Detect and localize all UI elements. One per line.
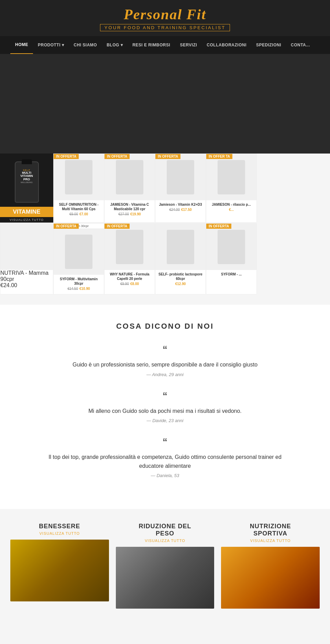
product-badge: IN OFFERTA [54,224,79,229]
product-image [0,224,53,270]
categories-grid: BENESSERE VISUALIZZA TUTTO RIDUZIONE DEL… [7,523,323,609]
vitamine-sublabel: VISUALIZZA TUTTO [0,217,53,223]
bottle-label: SELF MULTIVITAMINPRO WELLBEING [16,169,37,184]
category-image [10,540,109,601]
product-card[interactable]: IN OFFERTA SYFORM - ... [206,223,257,294]
quote-author: — Andrea, 29 anni [14,372,316,377]
product-thumbnail [167,230,194,264]
testimonial-item: “ Guido è un professionista serio, sempr… [14,344,316,377]
hero-section [0,54,330,154]
product-badge: IN OFFERTA [104,224,130,229]
product-thumbnail [167,160,194,194]
vitamine-category-card[interactable]: SELF MULTIVITAMINPRO WELLBEING VITAMINE … [0,154,53,223]
product-thumbnail [65,160,92,194]
category-link[interactable]: VISUALIZZA TUTTO [116,539,214,543]
nav-home[interactable]: HOME [10,36,33,54]
product-price: €27.00€19.90 [104,212,155,216]
product-name: SYFORM - Multivitamin 30cpr [54,275,104,287]
product-image [206,154,256,200]
category-link[interactable]: VISUALIZZA TUTTO [221,539,320,543]
product-price: €24.00€17.50 [155,208,206,212]
product-name: NUTRIVA - Mamma 90cpr [0,270,53,282]
product-image [104,154,155,200]
category-link[interactable]: VISUALIZZA TUTTO [10,531,109,535]
quote-icon: “ [14,391,316,403]
product-image [54,154,104,200]
product-name: SELF- probiotic lactospore 60cpr [155,270,206,282]
category-title: RIDUZIONE DELPESO [116,523,214,537]
testimonials-section: COSA DICONO DI NOI “ Guido è un professi… [0,305,330,509]
product-thumbnail [65,235,92,269]
product-new-price: €24.00 [0,282,17,288]
site-tagline: YOUR FOOD AND TRAINING SPECIALIST [100,24,230,31]
nav-blog[interactable]: BLOG ▾ [102,36,128,54]
product-name: JAMIESON - rilascio p... [206,200,256,208]
nav-chi-siamo[interactable]: CHI SIAMO [69,36,102,54]
testimonials-title: COSA DICONO DI NOI [14,322,316,331]
product-price: €24.00 [0,282,53,289]
product-badge: IN OFFERTA [54,154,79,159]
nav-collaborazioni[interactable]: COLLABORAZIONI [202,36,251,54]
product-card[interactable]: IN OFFER TA JAMIESON - rilascio p... €..… [206,154,257,223]
product-old-price: €24.00 [169,208,180,212]
product-price: €12.90 [155,282,206,286]
nav-prodotti[interactable]: PRODOTTI ▾ [33,36,69,54]
categories-section: BENESSERE VISUALIZZA TUTTO RIDUZIONE DEL… [0,509,330,615]
products-row-1: SELF MULTIVITAMINPRO WELLBEING VITAMINE … [0,154,330,223]
product-card[interactable]: SELF- probiotic lactospore 60cpr €12.90 [155,223,206,294]
category-riduzione[interactable]: RIDUZIONE DELPESO VISUALIZZA TUTTO [112,523,218,609]
product-new-price: €8.00 [130,282,139,286]
category-title: NUTRIZIONESPORTIVA [221,523,320,537]
category-benessere[interactable]: BENESSERE VISUALIZZA TUTTO [7,523,112,609]
product-card[interactable]: IN OFFERTA WHY NATURE - Formula Capelli … [104,223,155,294]
quote-author: — Daniela, 53 [14,473,316,478]
product-name: JAMIESON - Vitamina C Masticabile 120 cp… [104,200,155,212]
product-image [155,224,206,270]
product-image [54,228,104,275]
testimonial-item: “ Il top dei top, grande professionalità… [14,437,316,478]
product-price: €... [206,208,256,212]
product-new-price: €10.90 [79,287,90,291]
product-thumbnail [116,160,143,194]
product-old-price: €14.50 [67,287,78,291]
product-card[interactable]: NUTRIVA - Mamma 90cpr €24.00 [0,223,53,294]
nav-conta[interactable]: CONTA... [286,36,315,54]
nav-resi[interactable]: RESI E RIMBORSI [128,36,175,54]
product-old-price: €9.90 [120,282,129,286]
vitamine-label: VITAMINE [0,207,53,217]
category-nutrizione[interactable]: NUTRIZIONESPORTIVA VISUALIZZA TUTTO [218,523,323,609]
product-old-price: €9.00 [69,212,78,216]
product-name: Jamieson - Vitamin K2+D3 [155,200,206,208]
quote-author: — Davide, 23 anni [14,418,316,423]
products-section: SELF MULTIVITAMINPRO WELLBEING VITAMINE … [0,154,330,305]
product-name: WHY NATURE - Formula Capelli 20 perle [104,270,155,282]
product-badge: IN OFFERTA [155,154,180,159]
product-name: SELF OMNINUTRITION - Multi Vitamin 60 Cp… [54,200,104,212]
product-thumbnail [218,160,245,194]
site-title: Personal Fit [0,6,330,23]
quote-icon: “ [14,437,316,449]
product-card[interactable]: IN OFFERTA tivitamin 30cpr SYFORM - Mult… [53,223,104,294]
nav-servizi[interactable]: SERVIZI [175,36,202,54]
product-card[interactable]: IN OFFERTA Jamieson - Vitamin K2+D3 €24.… [155,154,206,223]
product-badge: IN OFFERTA [104,154,130,159]
site-header: Personal Fit YOUR FOOD AND TRAINING SPEC… [0,0,330,36]
product-image [206,224,256,270]
product-badge: IN OFFER TA [206,154,232,159]
product-new-price: €19.90 [130,212,141,216]
product-image [104,224,155,270]
product-old-price: €27.00 [118,212,129,216]
product-image [155,154,206,200]
products-row-2: NUTRIVA - Mamma 90cpr €24.00 IN OFFERTA … [0,223,330,294]
product-new-price: €17.50 [181,208,192,212]
bottle-shape: SELF MULTIVITAMINPRO WELLBEING [15,161,39,203]
category-image [116,547,214,609]
product-card[interactable]: IN OFFERTA SELF OMNINUTRITION - Multi Vi… [53,154,104,223]
quote-text: Il top dei top, grande professionalità e… [45,453,285,470]
product-badge: IN OFFERTA [206,224,231,229]
product-thumbnail [218,230,245,264]
nav-spedizioni[interactable]: SPEDIZIONI [251,36,286,54]
product-card[interactable]: IN OFFERTA JAMIESON - Vitamina C Mastica… [104,154,155,223]
category-title: BENESSERE [10,523,109,530]
main-nav: HOME PRODOTTI ▾ CHI SIAMO BLOG ▾ RESI E … [0,36,330,54]
